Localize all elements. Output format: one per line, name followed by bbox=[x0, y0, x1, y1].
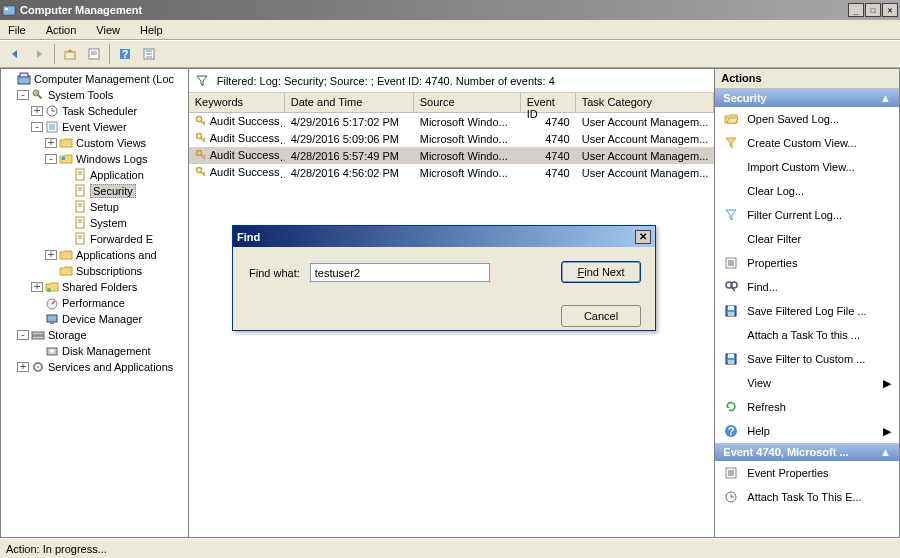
folder-icon bbox=[59, 248, 73, 262]
action-filter-current-log[interactable]: Filter Current Log... bbox=[715, 203, 899, 227]
menu-help[interactable]: Help bbox=[136, 22, 167, 38]
action-clear-filter[interactable]: Clear Filter bbox=[715, 227, 899, 251]
status-text: Action: In progress... bbox=[6, 543, 107, 555]
action-clear-log[interactable]: Clear Log... bbox=[715, 179, 899, 203]
tree-item-windows-logs[interactable]: -Windows Logs bbox=[3, 151, 186, 167]
col-source[interactable]: Source bbox=[414, 93, 521, 113]
col-keywords[interactable]: Keywords bbox=[189, 93, 285, 113]
tree-item-services-and-applications[interactable]: +Services and Applications bbox=[3, 359, 186, 375]
services-icon bbox=[31, 360, 45, 374]
event-row[interactable]: Audit Success4/29/2016 5:09:06 PMMicroso… bbox=[189, 130, 715, 147]
action-find[interactable]: Find... bbox=[715, 275, 899, 299]
action-label: Help bbox=[747, 425, 770, 437]
action-label: Clear Log... bbox=[747, 185, 804, 197]
action-save-filter-to-custom[interactable]: Save Filter to Custom ... bbox=[715, 347, 899, 371]
dev-icon bbox=[45, 312, 59, 326]
minimize-button[interactable]: _ bbox=[848, 3, 864, 17]
properties-button[interactable] bbox=[83, 43, 105, 65]
close-button[interactable]: ✕ bbox=[882, 3, 898, 17]
tree-item-label: Subscriptions bbox=[76, 265, 142, 277]
cell-datetime: 4/29/2016 5:17:02 PM bbox=[285, 115, 414, 129]
menu-action[interactable]: Action bbox=[42, 22, 81, 38]
tree-item-event-viewer[interactable]: -Event Viewer bbox=[3, 119, 186, 135]
back-button[interactable] bbox=[4, 43, 26, 65]
tree-item-label: Computer Management (Loc bbox=[34, 73, 174, 85]
action-label: Attach Task To This E... bbox=[747, 491, 861, 503]
help-button[interactable]: ? bbox=[114, 43, 136, 65]
action-label: Attach a Task To this ... bbox=[747, 329, 860, 341]
action-label: Event Properties bbox=[747, 467, 828, 479]
event-row[interactable]: Audit Success4/28/2016 5:57:49 PMMicroso… bbox=[189, 147, 715, 164]
find-next-button[interactable]: Find Next bbox=[561, 261, 641, 283]
tree-item-setup[interactable]: Setup bbox=[3, 199, 186, 215]
tree-item-security[interactable]: Security bbox=[3, 183, 186, 199]
tree-item-device-manager[interactable]: Device Manager bbox=[3, 311, 186, 327]
action-label: Filter Current Log... bbox=[747, 209, 842, 221]
dialog-titlebar[interactable]: Find ✕ bbox=[233, 226, 655, 247]
tree-item-computer-management-loc[interactable]: Computer Management (Loc bbox=[3, 71, 186, 87]
tree-item-performance[interactable]: Performance bbox=[3, 295, 186, 311]
tree-item-label: Custom Views bbox=[76, 137, 146, 149]
event-row[interactable]: Audit Success4/28/2016 4:56:02 PMMicroso… bbox=[189, 164, 715, 181]
action-open-saved-log[interactable]: Open Saved Log... bbox=[715, 107, 899, 131]
tree-item-task-scheduler[interactable]: +Task Scheduler bbox=[3, 103, 186, 119]
expand-icon[interactable]: - bbox=[17, 90, 29, 100]
tree-item-system-tools[interactable]: -System Tools bbox=[3, 87, 186, 103]
log-icon bbox=[73, 216, 87, 230]
action-view[interactable]: View▶ bbox=[715, 371, 899, 395]
menu-view[interactable]: View bbox=[92, 22, 124, 38]
expand-icon[interactable]: + bbox=[17, 362, 29, 372]
actions-section-security[interactable]: Security ▲ bbox=[715, 89, 899, 107]
actions-section-event[interactable]: Event 4740, Microsoft ... ▲ bbox=[715, 443, 899, 461]
up-button[interactable] bbox=[59, 43, 81, 65]
tree-item-application[interactable]: Application bbox=[3, 167, 186, 183]
key-icon bbox=[195, 132, 207, 144]
action-attach-a-task-to-this[interactable]: Attach a Task To this ... bbox=[715, 323, 899, 347]
tree-item-system[interactable]: System bbox=[3, 215, 186, 231]
tree-item-label: Event Viewer bbox=[62, 121, 127, 133]
tree-item-custom-views[interactable]: +Custom Views bbox=[3, 135, 186, 151]
tree-pane[interactable]: Computer Management (Loc-System Tools+Ta… bbox=[0, 68, 188, 538]
action-import-custom-view[interactable]: Import Custom View... bbox=[715, 155, 899, 179]
action-refresh[interactable]: Refresh bbox=[715, 395, 899, 419]
tree-item-subscriptions[interactable]: Subscriptions bbox=[3, 263, 186, 279]
list-button[interactable] bbox=[138, 43, 160, 65]
action-event-properties[interactable]: Event Properties bbox=[715, 461, 899, 485]
svg-rect-0 bbox=[3, 6, 15, 15]
event-row[interactable]: Audit Success4/29/2016 5:17:02 PMMicroso… bbox=[189, 113, 715, 130]
expand-icon[interactable]: - bbox=[31, 122, 43, 132]
cell-source: Microsoft Windo... bbox=[414, 132, 521, 146]
forward-button[interactable] bbox=[28, 43, 50, 65]
tree-item-forwarded-e[interactable]: Forwarded E bbox=[3, 231, 186, 247]
expand-icon[interactable]: - bbox=[45, 154, 57, 164]
dialog-close-button[interactable]: ✕ bbox=[635, 230, 651, 244]
action-attach-task-to-this-e[interactable]: Attach Task To This E... bbox=[715, 485, 899, 509]
col-taskcategory[interactable]: Task Category bbox=[576, 93, 715, 113]
expand-icon[interactable]: + bbox=[31, 106, 43, 116]
tree-item-shared-folders[interactable]: +Shared Folders bbox=[3, 279, 186, 295]
expand-icon[interactable]: + bbox=[31, 282, 43, 292]
find-input[interactable] bbox=[310, 263, 490, 282]
menu-file[interactable]: File bbox=[4, 22, 30, 38]
action-properties[interactable]: Properties bbox=[715, 251, 899, 275]
expand-icon[interactable]: + bbox=[45, 138, 57, 148]
action-help[interactable]: ?Help▶ bbox=[715, 419, 899, 443]
action-create-custom-view[interactable]: Create Custom View... bbox=[715, 131, 899, 155]
col-eventid[interactable]: Event ID bbox=[521, 93, 576, 113]
action-save-filtered-log-file[interactable]: Save Filtered Log File ... bbox=[715, 299, 899, 323]
maximize-button[interactable]: ☐ bbox=[865, 3, 881, 17]
tree-item-label: Device Manager bbox=[62, 313, 142, 325]
cancel-button[interactable]: Cancel bbox=[561, 305, 641, 327]
tree-item-disk-management[interactable]: Disk Management bbox=[3, 343, 186, 359]
col-datetime[interactable]: Date and Time bbox=[285, 93, 414, 113]
folder-icon bbox=[59, 264, 73, 278]
tree-item-applications-and[interactable]: +Applications and bbox=[3, 247, 186, 263]
expand-icon[interactable]: - bbox=[17, 330, 29, 340]
statusbar: Action: In progress... bbox=[0, 538, 900, 558]
tree-item-storage[interactable]: -Storage bbox=[3, 327, 186, 343]
filter-text: Filtered: Log: Security; Source: ; Event… bbox=[217, 75, 555, 87]
action-label: Find... bbox=[747, 281, 778, 293]
cell-source: Microsoft Windo... bbox=[414, 166, 521, 180]
expand-icon[interactable]: + bbox=[45, 250, 57, 260]
svg-line-58 bbox=[203, 155, 205, 157]
